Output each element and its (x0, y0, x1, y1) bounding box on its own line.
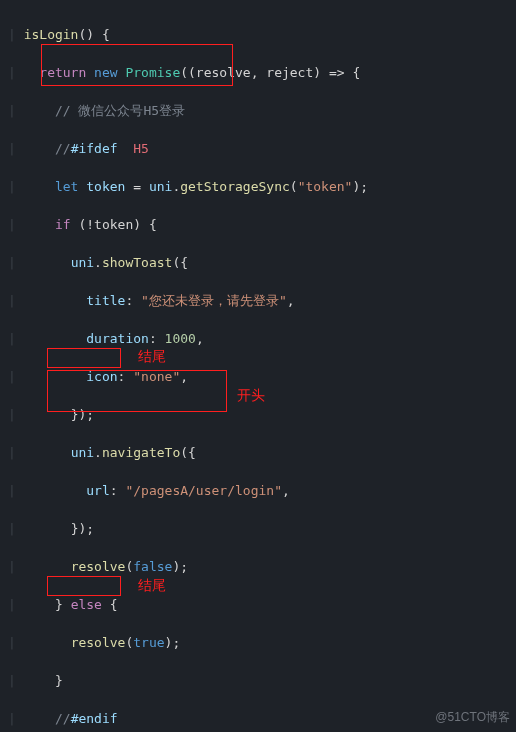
watermark: @51CTO博客 (435, 709, 510, 726)
code-line: | let token = uni.getStorageSync("token"… (8, 177, 516, 196)
code-line: | uni.showToast({ (8, 253, 516, 272)
code-line: | title: "您还未登录，请先登录", (8, 291, 516, 310)
code-editor: | isLogin() { | return new Promise((reso… (0, 0, 516, 732)
code-line: | isLogin() { (8, 25, 516, 44)
code-line: | // 微信公众号H5登录 (8, 101, 516, 120)
code-line: | }); (8, 405, 516, 424)
code-line: | }); (8, 519, 516, 538)
code-line: | icon: "none", (8, 367, 516, 386)
code-line: | url: "/pagesA/user/login", (8, 481, 516, 500)
code-line: | } (8, 671, 516, 690)
code-line: | uni.navigateTo({ (8, 443, 516, 462)
code-line: | return new Promise((resolve, reject) =… (8, 63, 516, 82)
code-line: | if (!token) { (8, 215, 516, 234)
code-line: | resolve(false); (8, 557, 516, 576)
code-line: | resolve(true); (8, 633, 516, 652)
code-line: | //#ifdef H5 (8, 139, 516, 158)
code-line: | } else { (8, 595, 516, 614)
code-line: | duration: 1000, (8, 329, 516, 348)
